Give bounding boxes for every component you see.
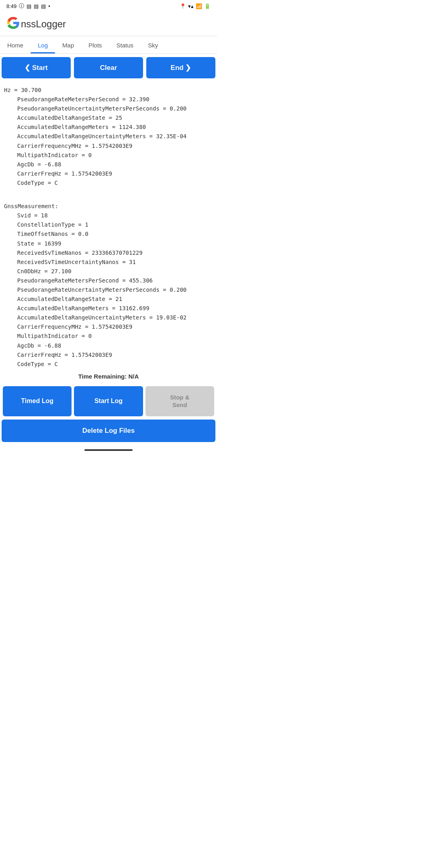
log-section-header: GnssMeasurement: [4, 202, 213, 211]
log-line: AccumulatedDeltaRangeUncertaintyMeters =… [4, 313, 213, 322]
stop-send-button[interactable]: Stop &Send [145, 386, 214, 416]
log-line: AgcDb = -6.88 [4, 160, 213, 169]
log-line: Hz = 30.700 [4, 86, 213, 95]
signal-icon: 📶 [196, 3, 202, 9]
log-line: MultipathIndicator = 0 [4, 151, 213, 160]
google-g-icon [6, 16, 20, 32]
app-bar: nssLogger [0, 11, 217, 36]
log-line: Cn0DbHz = 27.100 [4, 267, 213, 276]
timed-log-button[interactable]: Timed Log [3, 386, 72, 416]
log-line: CodeType = C [4, 360, 213, 369]
log-line: CarrierFreqHz = 1.57542003E9 [4, 350, 213, 360]
tab-home[interactable]: Home [0, 36, 31, 53]
log-line: ConstellationType = 1 [4, 220, 213, 229]
time-remaining: Time Remaining: N/A [0, 369, 217, 384]
dot-icon: • [48, 3, 50, 9]
log-line: AgcDb = -6.88 [4, 341, 213, 350]
location-icon: 📍 [180, 3, 186, 9]
delete-log-files-button[interactable]: Delete Log Files [2, 420, 215, 442]
tab-log[interactable]: Log [31, 36, 55, 53]
log-line: AccumulatedDeltaRangeState = 21 [4, 295, 213, 304]
log-content: Hz = 30.700 PseudorangeRateMetersPerSeco… [0, 82, 217, 369]
delete-bar: Delete Log Files [0, 418, 217, 446]
log-line: PseudorangeRateUncertaintyMetersPerSecon… [4, 104, 213, 113]
battery-icon: 🔋 [204, 3, 211, 9]
log-line: AccumulatedDeltaRangeState = 25 [4, 113, 213, 123]
nav-tabs: Home Log Map Plots Status Sky [0, 36, 217, 54]
log-line: CodeType = C [4, 178, 213, 188]
log-line: AccumulatedDeltaRangeMeters = 1124.380 [4, 123, 213, 132]
log-line: AccumulatedDeltaRangeMeters = 13162.699 [4, 304, 213, 313]
log-line: ReceivedSvTimeNanos = 233366370701229 [4, 248, 213, 258]
tab-plots[interactable]: Plots [81, 36, 109, 53]
notification-icon-3: ▤ [41, 3, 46, 9]
clear-button[interactable]: Clear [74, 57, 143, 78]
app-title: nssLogger [21, 18, 66, 30]
info-icon: ⓘ [19, 2, 24, 10]
tab-map[interactable]: Map [55, 36, 81, 53]
bottom-bar: Timed Log Start Log Stop &Send [0, 384, 217, 418]
log-line: CarrierFrequencyMHz = 1.57542003E9 [4, 322, 213, 332]
log-line: TimeOffsetNanos = 0.0 [4, 229, 213, 239]
time-remaining-text: Time Remaining: N/A [78, 373, 139, 380]
start-button[interactable]: ❮ Start [2, 57, 71, 78]
log-line: PseudorangeRateUncertaintyMetersPerSecon… [4, 285, 213, 295]
wifi-icon: ▾▴ [188, 3, 194, 9]
tab-status[interactable]: Status [109, 36, 141, 53]
home-bar [84, 449, 133, 451]
log-line: PseudorangeRateMetersPerSecond = 32.390 [4, 95, 213, 104]
google-logo-svg [6, 16, 20, 30]
start-log-button[interactable]: Start Log [74, 386, 143, 416]
action-bar: ❮ Start Clear End ❯ [0, 54, 217, 82]
notification-icon-1: ▤ [27, 3, 31, 9]
log-line: PseudorangeRateMetersPerSecond = 455.306 [4, 276, 213, 285]
end-button[interactable]: End ❯ [146, 57, 215, 78]
status-right: 📍 ▾▴ 📶 🔋 [180, 3, 211, 9]
status-time: 8:49 [6, 3, 16, 9]
log-line: Svid = 18 [4, 211, 213, 220]
log-line: CarrierFreqHz = 1.57542003E9 [4, 169, 213, 178]
log-line: ReceivedSvTimeUncertaintyNanos = 31 [4, 258, 213, 267]
log-line: AccumulatedDeltaRangeUncertaintyMeters =… [4, 132, 213, 141]
status-bar: 8:49 ⓘ ▤ ▤ ▤ • 📍 ▾▴ 📶 🔋 [0, 0, 217, 11]
notification-icon-2: ▤ [34, 3, 39, 9]
log-line-spacer [4, 188, 213, 197]
log-line: MultipathIndicator = 0 [4, 332, 213, 341]
status-left: 8:49 ⓘ ▤ ▤ ▤ • [6, 2, 50, 10]
home-indicator [0, 446, 217, 452]
log-line: State = 16399 [4, 239, 213, 248]
app-logo: nssLogger [6, 16, 66, 32]
log-line: CarrierFrequencyMHz = 1.57542003E9 [4, 141, 213, 151]
tab-sky[interactable]: Sky [141, 36, 165, 53]
